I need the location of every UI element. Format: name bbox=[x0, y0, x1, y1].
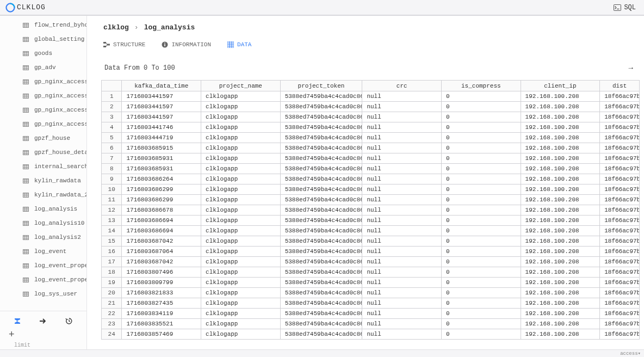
cell-rownum: 2 bbox=[102, 102, 122, 112]
table-row[interactable]: 211716803827435clklogapp5388ed7459ba4c4c… bbox=[102, 298, 640, 309]
cell-project_name: clklogapp bbox=[201, 143, 281, 153]
svg-rect-63 bbox=[23, 193, 29, 197]
sidebar-list[interactable]: flow_trend_byhourglobal_settinggoodsgp_a… bbox=[0, 16, 86, 311]
sidebar-item-label: global_setting bbox=[34, 36, 84, 42]
cell-crc: null bbox=[362, 298, 442, 309]
sidebar-item-gp_nginx_access4[interactable]: gp_nginx_access4 bbox=[20, 103, 86, 117]
table-row[interactable]: 61716803685915clklogapp5388ed7459ba4c4ca… bbox=[102, 143, 640, 153]
history-icon[interactable] bbox=[65, 317, 73, 325]
tab-information[interactable]: INFORMATION bbox=[162, 40, 211, 49]
sidebar-item-gp_adv[interactable]: gp_adv bbox=[20, 60, 86, 75]
table-row[interactable]: 151716803687042clklogapp5388ed7459ba4c4c… bbox=[102, 236, 640, 247]
sidebar-item-gp_nginx_access[interactable]: gp_nginx_access bbox=[20, 75, 86, 89]
cell-rownum: 8 bbox=[102, 164, 122, 174]
cell-project_token: 5388ed7459ba4c4cad0c8693 bbox=[280, 278, 362, 288]
sidebar-item-gp_nginx_access_c[interactable]: gp_nginx_access_c bbox=[20, 117, 86, 131]
cell-project_token: 5388ed7459ba4c4cad0c8693 bbox=[280, 195, 362, 205]
table-row[interactable]: 201716803821833clklogapp5388ed7459ba4c4c… bbox=[102, 288, 640, 298]
data-table-wrap[interactable]: kafka_data_timeproject_nameproject_token… bbox=[101, 80, 640, 345]
tab-data[interactable]: DATA bbox=[227, 40, 251, 49]
sidebar-item-flow_trend_byhour[interactable]: flow_trend_byhour bbox=[20, 18, 86, 32]
sidebar-item-global_setting[interactable]: global_setting bbox=[20, 32, 86, 46]
cell-is_compress: 0 bbox=[442, 257, 521, 267]
cell-crc: null bbox=[362, 195, 442, 205]
table-row[interactable]: 51716803444719clklogapp5388ed7459ba4c4ca… bbox=[102, 133, 640, 143]
table-row[interactable]: 171716803687042clklogapp5388ed7459ba4c4c… bbox=[102, 257, 640, 267]
cell-crc: null bbox=[362, 102, 442, 112]
sidebar-item-internal_searchwords[interactable]: internal_searchwords bbox=[20, 159, 86, 174]
table-row[interactable]: 221716803834119clklogapp5388ed7459ba4c4c… bbox=[102, 309, 640, 319]
cell-client_ip: 192.168.100.208 bbox=[521, 102, 600, 112]
table-row[interactable]: 91716803686264clklogapp5388ed7459ba4c4ca… bbox=[102, 174, 640, 184]
cell-project_name: clklogapp bbox=[201, 164, 281, 174]
cell-crc: null bbox=[362, 143, 442, 153]
svg-rect-109 bbox=[165, 44, 166, 46]
forward-icon[interactable] bbox=[39, 317, 47, 325]
sidebar-item-log_event[interactable]: log_event bbox=[20, 244, 86, 258]
cell-client_ip: 192.168.100.208 bbox=[521, 174, 600, 184]
sql-button[interactable]: SQL bbox=[611, 3, 639, 13]
col-crc[interactable]: crc bbox=[362, 81, 442, 91]
breadcrumb-db[interactable]: clklog bbox=[103, 23, 129, 32]
cell-client_ip: 192.168.100.208 bbox=[521, 319, 600, 329]
table-row[interactable]: 21716803441597clklogapp5388ed7459ba4c4ca… bbox=[102, 102, 640, 112]
table-row[interactable]: 141716803686694clklogapp5388ed7459ba4c4c… bbox=[102, 226, 640, 236]
breadcrumb-table[interactable]: log_analysis bbox=[144, 23, 195, 32]
col-client_ip[interactable]: client_ip bbox=[521, 81, 600, 91]
sidebar-item-label: gpzf_house_detail bbox=[34, 149, 86, 156]
cell-client_ip: 192.168.100.208 bbox=[521, 195, 600, 205]
col-is_compress[interactable]: is_compress bbox=[442, 81, 521, 91]
cell-project_token: 5388ed7459ba4c4cad0c8693 bbox=[280, 174, 362, 184]
cell-client_ip: 192.168.100.208 bbox=[521, 133, 600, 143]
sidebar-item-log_analysis2[interactable]: log_analysis2 bbox=[20, 230, 86, 244]
col-rownum[interactable] bbox=[102, 81, 122, 91]
svg-rect-104 bbox=[103, 46, 106, 47]
table-row[interactable]: 121716803686678clklogapp5388ed7459ba4c4c… bbox=[102, 205, 640, 216]
table-row[interactable]: 111716803686299clklogapp5388ed7459ba4c4c… bbox=[102, 195, 640, 205]
next-page-button[interactable]: → bbox=[626, 64, 636, 72]
svg-rect-78 bbox=[23, 235, 29, 239]
table-row[interactable]: 81716803685931clklogapp5388ed7459ba4c4ca… bbox=[102, 164, 640, 174]
cell-kafka_data_time: 1716803686264 bbox=[122, 174, 201, 184]
table-row[interactable]: 101716803686299clklogapp5388ed7459ba4c4c… bbox=[102, 184, 640, 195]
table-row[interactable]: 31716803441597clklogapp5388ed7459ba4c4ca… bbox=[102, 112, 640, 122]
tab-structure[interactable]: STRUCTURE bbox=[103, 40, 145, 49]
table-row[interactable]: 131716803686694clklogapp5388ed7459ba4c4c… bbox=[102, 216, 640, 226]
col-dist[interactable]: dist bbox=[600, 81, 640, 91]
table-row[interactable]: 161716803687064clklogapp5388ed7459ba4c4c… bbox=[102, 247, 640, 257]
sidebar-item-label: gpzf_house bbox=[34, 135, 70, 141]
tab-information-label: INFORMATION bbox=[171, 41, 211, 48]
sigma-icon[interactable] bbox=[13, 317, 22, 325]
svg-rect-68 bbox=[23, 207, 29, 211]
col-project_name[interactable]: project_name bbox=[201, 81, 281, 91]
table-row[interactable]: 71716803685931clklogapp5388ed7459ba4c4ca… bbox=[102, 153, 640, 164]
sidebar-item-kylin_rawdata[interactable]: kylin_rawdata bbox=[20, 174, 86, 188]
status-text[interactable]: access▾ bbox=[620, 350, 641, 356]
table-row[interactable]: 11716803441597clklogapp5388ed7459ba4c4ca… bbox=[102, 91, 640, 102]
sidebar-item-log_analysis10[interactable]: log_analysis10 bbox=[20, 216, 86, 230]
cell-project_name: clklogapp bbox=[201, 184, 281, 195]
sidebar-item-kylin_rawdata_2[interactable]: kylin_rawdata_2 bbox=[20, 188, 86, 202]
table-row[interactable]: 191716803809799clklogapp5388ed7459ba4c4c… bbox=[102, 278, 640, 288]
cell-client_ip: 192.168.100.208 bbox=[521, 153, 600, 164]
sidebar-item-log_sys_user[interactable]: log_sys_user bbox=[20, 287, 86, 301]
table-icon bbox=[23, 249, 29, 254]
cell-dist: 18f66ac97b bbox=[600, 247, 640, 257]
table-row[interactable]: 41716803441746clklogapp5388ed7459ba4c4ca… bbox=[102, 122, 640, 133]
table-row[interactable]: 241716803857469clklogapp5388ed7459ba4c4c… bbox=[102, 329, 640, 340]
table-row[interactable]: 181716803807496clklogapp5388ed7459ba4c4c… bbox=[102, 267, 640, 278]
col-project_token[interactable]: project_token bbox=[280, 81, 362, 91]
sidebar-item-gpzf_house[interactable]: gpzf_house bbox=[20, 131, 86, 145]
col-kafka_data_time[interactable]: kafka_data_time bbox=[122, 81, 201, 91]
sidebar-item-log_event_properties2[interactable]: log_event_properties2 bbox=[20, 273, 86, 287]
sidebar-item-gpzf_house_detail[interactable]: gpzf_house_detail bbox=[20, 145, 86, 159]
sidebar-item-log_analysis[interactable]: log_analysis bbox=[20, 202, 86, 216]
table-row[interactable]: 231716803835521clklogapp5388ed7459ba4c4c… bbox=[102, 319, 640, 329]
cell-crc: null bbox=[362, 112, 442, 122]
sidebar-item-gp_nginx_access2[interactable]: gp_nginx_access2 bbox=[20, 89, 86, 103]
sidebar-item-goods[interactable]: goods bbox=[20, 46, 86, 60]
cell-dist: 18f66ac97b bbox=[600, 309, 640, 319]
svg-rect-88 bbox=[23, 263, 29, 268]
add-button[interactable]: + bbox=[4, 328, 82, 341]
sidebar-item-log_event_properties[interactable]: log_event_properties bbox=[20, 258, 86, 273]
